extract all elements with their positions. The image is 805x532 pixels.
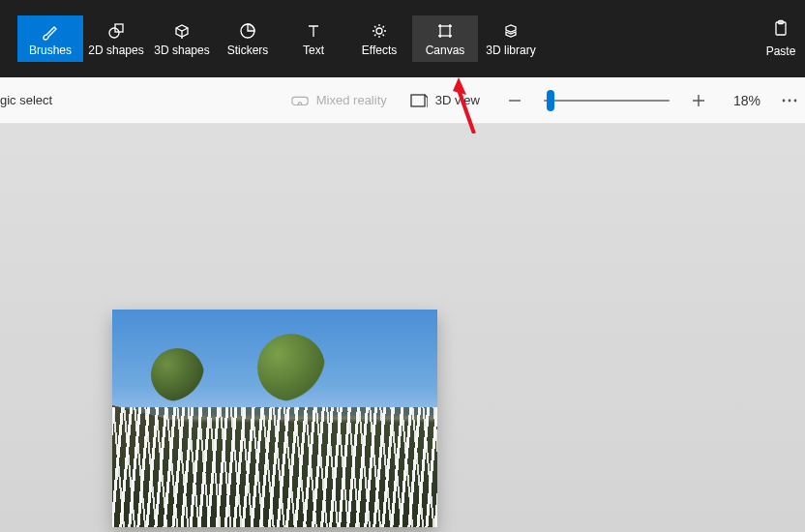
canvas-workspace[interactable]: [0, 124, 805, 532]
mixed-reality-icon: [291, 92, 309, 109]
tab-2d-shapes[interactable]: 2D shapes: [83, 15, 149, 62]
text-icon: [305, 22, 322, 40]
tab-canvas[interactable]: Canvas: [412, 15, 478, 62]
more-options-button[interactable]: [774, 77, 805, 123]
mixed-reality-label: Mixed reality: [316, 93, 387, 107]
paste-icon: [772, 19, 790, 40]
zoom-in-button[interactable]: [687, 89, 710, 112]
svg-rect-4: [440, 26, 450, 36]
tab-label: 3D library: [486, 44, 535, 56]
magic-select-label: gic select: [0, 93, 52, 107]
svg-point-11: [794, 99, 797, 102]
zoom-out-button[interactable]: [503, 89, 526, 112]
view-3d-label: 3D view: [435, 93, 480, 107]
stickers-icon: [239, 22, 256, 40]
canvas-icon: [436, 22, 454, 40]
tab-3d-shapes[interactable]: 3D shapes: [149, 15, 215, 62]
tab-effects[interactable]: Effects: [346, 15, 412, 62]
shapes-3d-icon: [173, 22, 191, 40]
canvas-image[interactable]: [112, 310, 437, 527]
mixed-reality-button: Mixed reality: [280, 77, 399, 123]
zoom-controls: 18%: [492, 89, 774, 112]
tab-label: Stickers: [227, 44, 269, 56]
tab-label: Brushes: [29, 44, 72, 56]
ribbon-tabs: Brushes 2D shapes 3D shapes Stickers Tex: [17, 15, 544, 62]
view-3d-icon: [410, 92, 428, 109]
ribbon-toolbar: Brushes 2D shapes 3D shapes Stickers Tex: [0, 0, 805, 77]
tab-label: 2D shapes: [88, 44, 143, 56]
tab-stickers[interactable]: Stickers: [215, 15, 281, 62]
svg-point-10: [789, 99, 791, 102]
tab-text[interactable]: Text: [281, 15, 346, 62]
library-3d-icon: [502, 22, 520, 40]
tab-label: Effects: [362, 44, 397, 56]
secondary-toolbar: gic select Mixed reality 3D view 18%: [0, 77, 805, 124]
zoom-slider-thumb[interactable]: [547, 90, 554, 111]
svg-rect-8: [411, 95, 425, 106]
paste-button[interactable]: Paste: [760, 19, 801, 58]
shapes-2d-icon: [107, 22, 125, 40]
magic-select-button[interactable]: gic select: [0, 77, 64, 123]
svg-rect-7: [292, 97, 308, 104]
tab-brushes[interactable]: Brushes: [17, 15, 83, 62]
brush-icon: [41, 22, 60, 40]
effects-icon: [371, 22, 388, 40]
image-waterfall: [112, 407, 437, 527]
tab-3d-library[interactable]: 3D library: [478, 15, 544, 62]
zoom-percent-label: 18%: [728, 93, 766, 108]
svg-point-9: [783, 99, 786, 102]
svg-point-0: [109, 28, 119, 38]
tab-label: Canvas: [426, 44, 465, 56]
tab-label: 3D shapes: [154, 44, 209, 56]
view-3d-button[interactable]: 3D view: [399, 77, 492, 123]
tab-label: Text: [303, 44, 324, 56]
paste-label: Paste: [766, 44, 796, 58]
svg-point-3: [376, 28, 382, 34]
zoom-slider[interactable]: [544, 100, 670, 102]
